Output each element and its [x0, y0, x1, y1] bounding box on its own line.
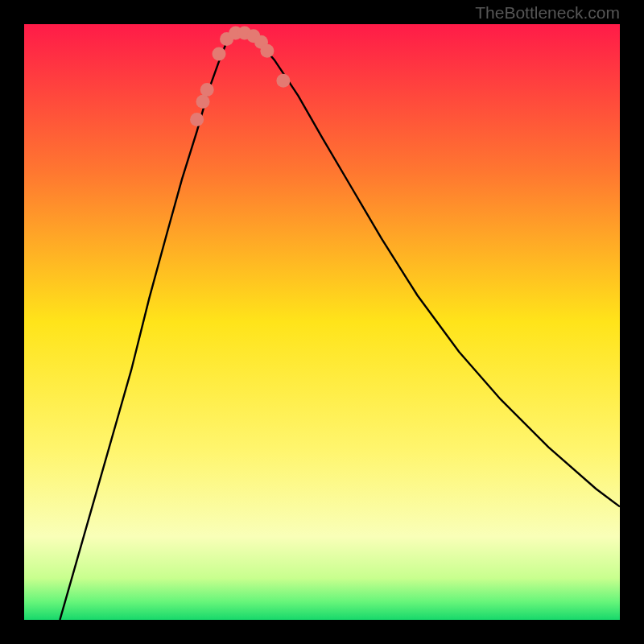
- marker-dot: [190, 113, 204, 126]
- heatmap-background: [24, 24, 620, 620]
- marker-dot: [260, 44, 274, 58]
- chart-svg: [24, 24, 620, 620]
- plot-area: [24, 24, 620, 620]
- marker-dot: [196, 95, 210, 109]
- watermark: TheBottleneck.com: [475, 3, 620, 23]
- marker-dot: [213, 47, 226, 61]
- marker-dot: [200, 83, 214, 97]
- marker-dot: [276, 74, 290, 88]
